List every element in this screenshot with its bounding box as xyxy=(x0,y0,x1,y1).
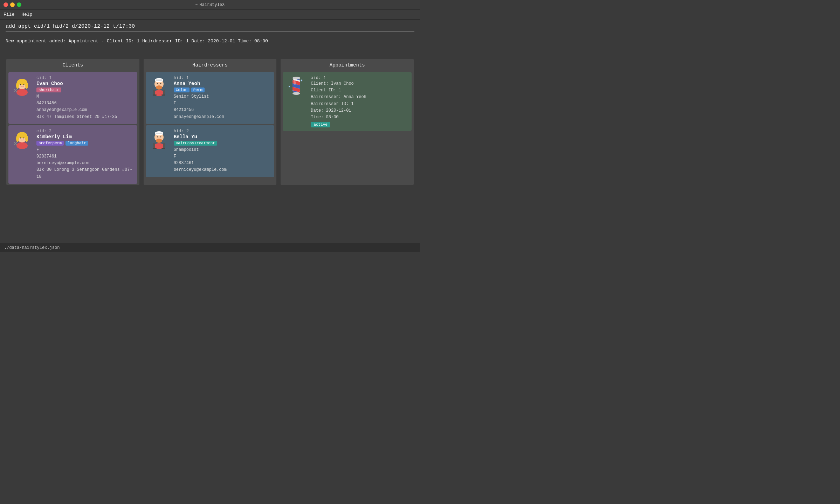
svg-point-45 xyxy=(292,77,300,79)
client-tags-2: preferperm longhair xyxy=(36,141,133,146)
hairdresser-email-2: berniceyu@example.com xyxy=(174,167,270,173)
client-icon-1 xyxy=(13,76,32,96)
hairdresser-name-1: Anna Yeoh xyxy=(174,81,270,86)
client-info-2: cid: 2 Kimberly Lim preferperm longhair … xyxy=(36,129,133,180)
status-text: ./data/hairstylex.json xyxy=(4,245,60,250)
appointment-hairdresser-id-1: Hairdresser ID: 1 xyxy=(311,101,407,107)
appointment-card-1: ✦ ✦ xyxy=(283,72,412,131)
svg-point-37 xyxy=(156,139,162,143)
svg-rect-22 xyxy=(161,94,165,96)
hairdresser-avatar-2 xyxy=(149,129,170,149)
svg-rect-33 xyxy=(161,148,165,149)
hairdresser-hid-2: hid: 2 xyxy=(174,129,270,134)
hairdresser-gender-1: F xyxy=(174,100,270,107)
hairdressers-panel: Hairdressers xyxy=(144,59,277,185)
svg-point-0 xyxy=(16,89,28,96)
app-title: ✂ HairStyleX xyxy=(195,2,225,7)
hairdresser-gender-2: F xyxy=(174,153,270,160)
svg-rect-31 xyxy=(163,143,165,148)
svg-rect-19 xyxy=(153,90,155,95)
svg-point-14 xyxy=(20,137,21,138)
hairdresser-email-1: annayeoh@example.com xyxy=(174,114,270,120)
command-input[interactable] xyxy=(6,23,414,29)
svg-point-6 xyxy=(23,84,24,85)
client-tags-1: shorthair xyxy=(36,88,133,92)
menu-bar: File Help xyxy=(0,10,420,20)
client-gender-1: M xyxy=(36,93,133,100)
minimize-button[interactable] xyxy=(10,2,15,7)
appointment-info-1: aid: 1 Client: Ivan Choo Client ID: 1 Ha… xyxy=(311,76,407,127)
svg-point-9 xyxy=(16,142,28,149)
svg-rect-32 xyxy=(153,148,157,149)
svg-point-27 xyxy=(157,83,158,84)
panels-container: Clients xyxy=(0,55,420,189)
hairdresser-icon-1 xyxy=(150,76,169,96)
svg-rect-30 xyxy=(153,143,155,148)
svg-point-28 xyxy=(160,83,161,84)
appointments-header: Appointments xyxy=(281,59,414,71)
hairdresser-info-2: hid: 2 Bella Yu HairLossTreatment Shampo… xyxy=(174,129,270,174)
svg-rect-21 xyxy=(153,94,157,96)
hairdresser-hid-1: hid: 1 xyxy=(174,76,270,80)
client-tag-1-0: shorthair xyxy=(36,88,61,92)
hairdresser-tag-2-0: HairLossTreatment xyxy=(174,141,217,146)
menu-help[interactable]: Help xyxy=(21,12,32,17)
appointment-client-label-1: Client: Ivan Choo xyxy=(311,80,407,87)
appointment-status-1: active xyxy=(311,122,330,127)
svg-text:✦: ✦ xyxy=(300,78,303,83)
svg-point-39 xyxy=(160,136,161,137)
window-controls[interactable] xyxy=(4,2,21,7)
client-gender-2: F xyxy=(36,147,133,153)
appointment-aid-1: aid: 1 xyxy=(311,76,407,80)
client-cid-2: cid: 2 xyxy=(36,129,133,134)
svg-point-4 xyxy=(25,82,28,89)
hairdresser-avatar-1 xyxy=(149,76,170,96)
client-phone-2: 92837461 xyxy=(36,153,133,160)
svg-rect-25 xyxy=(156,79,163,81)
svg-point-12 xyxy=(16,135,19,142)
menu-file[interactable]: File xyxy=(4,12,14,17)
client-email-1: annayeoh@example.com xyxy=(36,107,133,113)
hairdresser-role-1: Senior Stylist xyxy=(174,93,270,100)
client-card-2: cid: 2 Kimberly Lim preferperm longhair … xyxy=(8,125,137,184)
title-bar: ✂ HairStyleX xyxy=(0,0,420,10)
client-phone-1: 84213456 xyxy=(36,100,133,107)
hairdresser-card-2: hid: 2 Bella Yu HairLossTreatment Shampo… xyxy=(146,125,275,177)
output-area: New appointment added: Appointment - Cli… xyxy=(0,34,420,55)
close-button[interactable] xyxy=(4,2,8,7)
appointment-date-1: Date: 2020-12-01 xyxy=(311,107,407,114)
svg-point-38 xyxy=(157,136,158,137)
hairdresser-phone-1: 84213456 xyxy=(174,107,270,113)
client-email-2: berniceyu@example.com xyxy=(36,160,133,167)
svg-point-5 xyxy=(20,84,21,85)
command-divider xyxy=(6,31,414,32)
barber-pole-icon: ✦ ✦ xyxy=(288,75,305,96)
hairdresser-role-2: Shampooist xyxy=(174,147,270,153)
hairdresser-tags-2: HairLossTreatment xyxy=(174,141,270,146)
hairdresser-icon-2 xyxy=(150,129,169,149)
hairdresser-tag-1-0: Color xyxy=(174,88,190,92)
appointment-time-1: Time: 08:00 xyxy=(311,114,407,121)
client-info-1: cid: 1 Ivan Choo shorthair M 84213456 an… xyxy=(36,76,133,120)
hairdresser-phone-2: 92837461 xyxy=(174,160,270,167)
command-area xyxy=(0,20,420,34)
hairdresser-name-2: Bella Yu xyxy=(174,134,270,140)
svg-point-15 xyxy=(23,137,24,138)
client-name-2: Kimberly Lim xyxy=(36,134,133,140)
clients-panel: Clients xyxy=(6,59,139,185)
svg-rect-36 xyxy=(156,133,163,134)
client-address-2: Blk 30 Lorong 3 Serangoon Gardens #07-18 xyxy=(36,167,133,180)
svg-point-3 xyxy=(16,82,19,89)
svg-point-26 xyxy=(156,85,162,90)
scissors-icon: ✂ xyxy=(195,2,198,7)
hairdresser-card-1: hid: 1 Anna Yeoh Color Perm Senior Styli… xyxy=(146,72,275,124)
appointment-avatar-1: ✦ ✦ xyxy=(286,76,307,96)
client-cid-1: cid: 1 xyxy=(36,76,133,80)
client-name-1: Ivan Choo xyxy=(36,81,133,86)
appointment-hairdresser-label-1: Hairdresser: Anna Yeoh xyxy=(311,94,407,100)
client-tag-2-1: longhair xyxy=(66,141,88,146)
maximize-button[interactable] xyxy=(17,2,21,7)
client-tag-2-0: preferperm xyxy=(36,141,64,146)
hairdresser-tag-1-1: Perm xyxy=(191,88,205,92)
svg-point-46 xyxy=(292,92,300,95)
